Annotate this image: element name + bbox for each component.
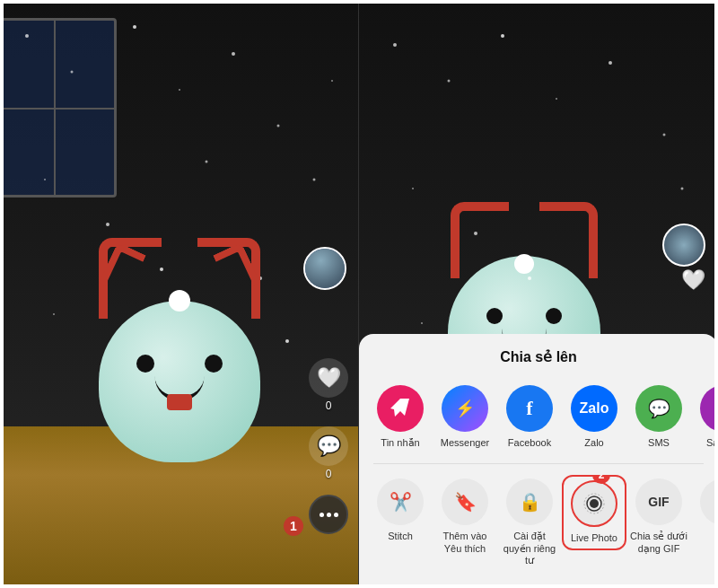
comment-icon: 💬 <box>309 426 348 466</box>
sms-icon: 💬 <box>635 385 682 432</box>
heart-count: 0 <box>326 399 332 412</box>
panel-divider <box>358 0 359 588</box>
stitch-icon: ✂️ <box>377 478 424 525</box>
right-panel: 🤍 Chia sẻ lên Tin nhắn ⚡ Messenger f <box>359 0 718 588</box>
action-bar: 🤍 0 💬 0 <box>309 358 348 480</box>
sms-label: SMS <box>648 437 670 449</box>
saodien-icon: 📋 <box>700 385 718 432</box>
share-live-photo[interactable]: 2 Live Photo <box>562 475 626 549</box>
share-row-2: ✂️ Stitch 🔖 Thêm vào Yêu thích 🔒 Cài đặt… <box>359 475 718 570</box>
tin-nhan-label: Tin nhắn <box>381 437 419 449</box>
share-title: Chia sẻ lên <box>359 348 718 365</box>
plushie <box>81 229 278 462</box>
dot3 <box>334 513 338 517</box>
tin-nhan-icon <box>377 385 424 432</box>
zalo-icon: Zalo <box>571 385 617 432</box>
messenger-icon: ⚡ <box>442 385 488 432</box>
gif-icon: GIF <box>635 478 682 525</box>
xoa-label: Xoá <box>714 531 718 542</box>
share-messenger[interactable]: ⚡ Messenger <box>433 382 497 452</box>
share-saodien[interactable]: 📋 Sao đ... <box>691 382 718 452</box>
avatar-right <box>662 224 705 267</box>
them-yeu-thich-label: Thêm vào Yêu thích <box>436 531 494 554</box>
share-stitch[interactable]: ✂️ Stitch <box>368 475 433 546</box>
zalo-label: Zalo <box>584 437 603 449</box>
share-divider <box>373 463 704 464</box>
avatar <box>303 247 346 290</box>
share-zalo[interactable]: Zalo Zalo <box>562 382 626 452</box>
gif-label: Chia sẻ dưới dạng GIF <box>630 531 687 554</box>
share-row-1: Tin nhắn ⚡ Messenger f Facebook Zalo Zal… <box>359 382 718 452</box>
more-dots-icon[interactable] <box>309 495 348 534</box>
messenger-label: Messenger <box>441 437 489 449</box>
share-sms[interactable]: 💬 SMS <box>626 382 691 452</box>
facebook-label: Facebook <box>508 437 551 449</box>
dot1 <box>320 513 324 517</box>
share-them-yeu-thich[interactable]: 🔖 Thêm vào Yêu thích <box>433 475 497 557</box>
share-facebook[interactable]: f Facebook <box>497 382 562 452</box>
them-yeu-thich-icon: 🔖 <box>442 478 488 525</box>
share-sheet: Chia sẻ lên Tin nhắn ⚡ Messenger f Faceb… <box>359 334 718 588</box>
share-xoa[interactable]: 🗑️ Xoá <box>691 475 718 546</box>
more-options-button[interactable] <box>309 495 348 534</box>
dot2 <box>327 513 331 517</box>
heart-right[interactable]: 🤍 <box>681 268 705 292</box>
heart-action[interactable]: 🤍 0 <box>309 358 348 412</box>
share-cai-dat[interactable]: 🔒 Cài đặt quyền riêng tư <box>497 475 562 570</box>
live-photo-icon <box>571 480 617 527</box>
svg-point-27 <box>590 499 599 508</box>
step1-label: 1 <box>284 516 303 536</box>
comment-action[interactable]: 💬 0 <box>309 426 348 480</box>
stitch-label: Stitch <box>388 531 413 542</box>
cai-dat-label: Cài đặt quyền riêng tư <box>501 531 558 566</box>
comment-count: 0 <box>326 468 332 480</box>
share-tin-nhan[interactable]: Tin nhắn <box>368 382 433 452</box>
facebook-icon: f <box>506 385 553 432</box>
live-photo-label: Live Photo <box>571 532 617 544</box>
left-panel: 🤍 0 💬 0 1 <box>0 0 359 588</box>
cai-dat-icon: 🔒 <box>506 478 553 525</box>
xoa-icon: 🗑️ <box>700 478 718 525</box>
share-gif[interactable]: GIF Chia sẻ dưới dạng GIF <box>626 475 691 557</box>
window-decoration <box>0 18 117 197</box>
heart-icon: 🤍 <box>309 358 348 398</box>
saodien-label: Sao đ... <box>706 437 718 449</box>
